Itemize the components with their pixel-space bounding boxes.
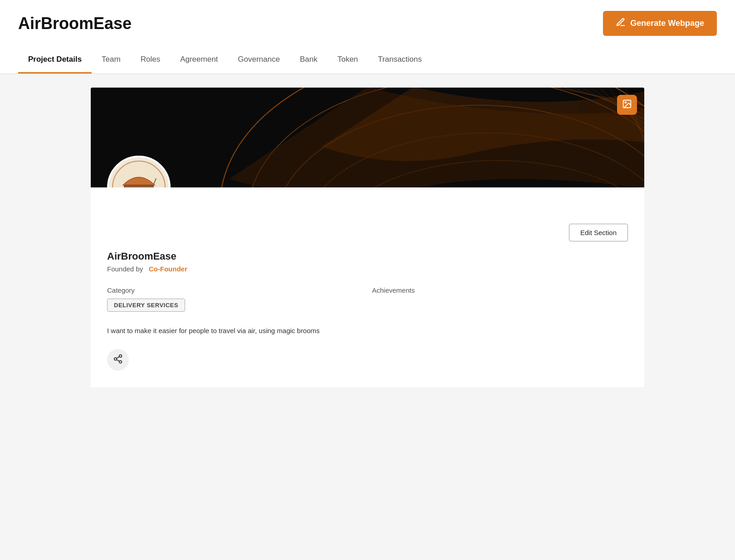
achievements-label: Achievements — [372, 286, 628, 294]
app-title: AirBroomEase — [18, 14, 132, 33]
tab-token[interactable]: Token — [328, 47, 368, 74]
share-icon — [113, 354, 123, 366]
nav-tabs: Project Details Team Roles Agreement Gov… — [0, 47, 735, 74]
profile-card: санрэсu Edit Section AirBroomEase Founde… — [91, 88, 644, 387]
card-body: Edit Section AirBroomEase Founded by Co-… — [91, 187, 644, 387]
category-label: Category — [107, 286, 363, 294]
tab-agreement[interactable]: Agreement — [170, 47, 228, 74]
project-description: I want to make it easier for people to t… — [107, 325, 334, 336]
share-button[interactable] — [107, 349, 129, 371]
tab-transactions[interactable]: Transactions — [368, 47, 432, 74]
co-founder-link[interactable]: Co-Founder — [149, 265, 187, 273]
generate-webpage-button[interactable]: Generate Webpage — [603, 11, 717, 36]
logo-svg: санрэсu — [112, 160, 166, 187]
image-upload-icon — [622, 99, 632, 111]
achievements-section: Achievements — [372, 286, 628, 312]
tab-roles[interactable]: Roles — [131, 47, 170, 74]
banner-svg — [91, 88, 644, 187]
svg-line-33 — [117, 356, 119, 358]
svg-rect-19 — [124, 185, 153, 187]
edit-section-row: Edit Section — [107, 224, 628, 241]
tab-bank[interactable]: Bank — [290, 47, 328, 74]
tab-project-details[interactable]: Project Details — [18, 47, 92, 74]
top-header: AirBroomEase Generate Webpage — [0, 0, 735, 47]
generate-icon — [616, 17, 626, 29]
founded-label: Founded by — [107, 265, 143, 273]
project-name: AirBroomEase — [107, 251, 628, 262]
category-badge: DELIVERY SERVICES — [107, 299, 185, 312]
info-grid: Category DELIVERY SERVICES Achievements — [107, 286, 628, 312]
founded-row: Founded by Co-Founder — [107, 265, 628, 273]
svg-point-17 — [625, 102, 626, 103]
main-content: санрэсu Edit Section AirBroomEase Founde… — [73, 74, 662, 401]
edit-section-button[interactable]: Edit Section — [569, 224, 628, 241]
category-section: Category DELIVERY SERVICES — [107, 286, 363, 312]
banner-area: санрэсu — [91, 88, 644, 187]
tab-team[interactable]: Team — [92, 47, 131, 74]
tab-governance[interactable]: Governance — [228, 47, 290, 74]
svg-line-32 — [117, 359, 119, 361]
generate-btn-label: Generate Webpage — [630, 19, 704, 28]
banner-upload-button[interactable] — [617, 95, 637, 115]
